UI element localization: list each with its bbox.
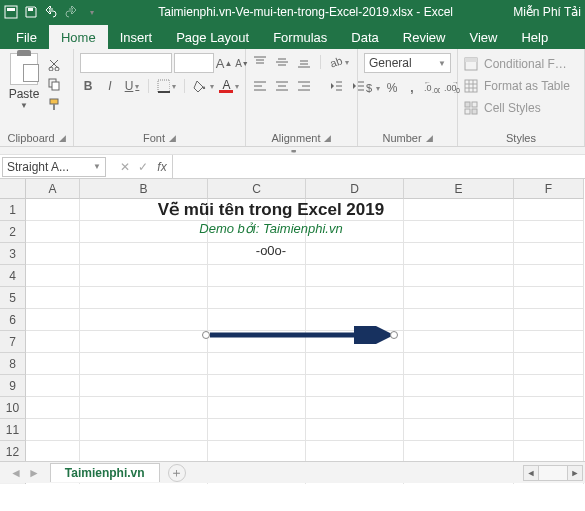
cell[interactable]: [208, 199, 306, 221]
row-header-9[interactable]: 9: [0, 375, 26, 397]
cell[interactable]: [306, 419, 404, 441]
underline-button[interactable]: U: [124, 77, 140, 95]
orientation-icon[interactable]: ab: [329, 53, 349, 71]
cell[interactable]: [80, 221, 208, 243]
cell[interactable]: [26, 331, 80, 353]
sheet-tab-active[interactable]: Taimienphi.vn: [50, 463, 160, 482]
cell[interactable]: [26, 375, 80, 397]
copy-icon[interactable]: [46, 75, 62, 93]
row-header-5[interactable]: 5: [0, 287, 26, 309]
cell[interactable]: [208, 441, 306, 463]
cell[interactable]: [514, 331, 584, 353]
row-header-12[interactable]: 12: [0, 441, 26, 463]
cell[interactable]: [306, 243, 404, 265]
tab-review[interactable]: Review: [391, 25, 458, 49]
cell[interactable]: [514, 221, 584, 243]
row-header-8[interactable]: 8: [0, 353, 26, 375]
tab-page-layout[interactable]: Page Layout: [164, 25, 261, 49]
formula-cancel-icon[interactable]: ✕: [116, 160, 134, 174]
cell[interactable]: [404, 265, 514, 287]
align-bottom-icon[interactable]: [296, 53, 312, 71]
clipboard-dialog-launcher-icon[interactable]: ◢: [59, 133, 66, 143]
cell[interactable]: [514, 397, 584, 419]
hscroll-left-icon[interactable]: ◄: [523, 465, 539, 481]
increase-font-icon[interactable]: A▲: [216, 54, 232, 72]
undo-icon[interactable]: [44, 5, 58, 19]
cell[interactable]: [208, 243, 306, 265]
cell[interactable]: [208, 397, 306, 419]
cell[interactable]: [306, 397, 404, 419]
worksheet-grid[interactable]: ABCDEF 12345678910111213 Vẽ mũi tên tron…: [0, 179, 585, 484]
tab-data[interactable]: Data: [339, 25, 390, 49]
decrease-indent-icon[interactable]: [328, 77, 344, 95]
cell[interactable]: [404, 199, 514, 221]
cell[interactable]: [26, 221, 80, 243]
cell[interactable]: [26, 199, 80, 221]
cell[interactable]: [208, 265, 306, 287]
cell[interactable]: [208, 419, 306, 441]
tab-formulas[interactable]: Formulas: [261, 25, 339, 49]
cell[interactable]: [404, 287, 514, 309]
cell[interactable]: [404, 243, 514, 265]
add-sheet-button[interactable]: ＋: [168, 464, 186, 482]
tab-file[interactable]: File: [4, 25, 49, 49]
tab-help[interactable]: Help: [509, 25, 560, 49]
font-family-select[interactable]: [80, 53, 172, 73]
cell[interactable]: [80, 243, 208, 265]
cell[interactable]: [80, 199, 208, 221]
fill-color-icon[interactable]: [193, 77, 214, 95]
qat-customize-icon[interactable]: [84, 5, 98, 19]
cell[interactable]: [26, 243, 80, 265]
italic-button[interactable]: I: [102, 77, 118, 95]
cell[interactable]: [208, 287, 306, 309]
cell[interactable]: [404, 375, 514, 397]
row-header-2[interactable]: 2: [0, 221, 26, 243]
row-header-11[interactable]: 11: [0, 419, 26, 441]
cell[interactable]: [514, 287, 584, 309]
col-header-F[interactable]: F: [514, 179, 584, 199]
alignment-dialog-launcher-icon[interactable]: ◢: [324, 133, 331, 143]
name-box[interactable]: Straight A... ▼: [2, 157, 106, 177]
cell[interactable]: [26, 441, 80, 463]
cell[interactable]: [404, 353, 514, 375]
row-header-7[interactable]: 7: [0, 331, 26, 353]
cell[interactable]: [208, 375, 306, 397]
number-dialog-launcher-icon[interactable]: ◢: [426, 133, 433, 143]
cell[interactable]: [80, 309, 208, 331]
autosave-icon[interactable]: [4, 5, 18, 19]
row-header-10[interactable]: 10: [0, 397, 26, 419]
col-header-B[interactable]: B: [80, 179, 208, 199]
cell[interactable]: [80, 287, 208, 309]
cell[interactable]: [26, 265, 80, 287]
tab-view[interactable]: View: [457, 25, 509, 49]
conditional-formatting-button[interactable]: Conditional F…: [464, 53, 578, 75]
cut-icon[interactable]: [46, 55, 62, 73]
align-center-icon[interactable]: [274, 77, 290, 95]
formula-enter-icon[interactable]: ✓: [134, 160, 152, 174]
cell[interactable]: [404, 331, 514, 353]
row-header-4[interactable]: 4: [0, 265, 26, 287]
cell[interactable]: [404, 441, 514, 463]
cell[interactable]: [514, 441, 584, 463]
row-header-6[interactable]: 6: [0, 309, 26, 331]
cell[interactable]: [404, 419, 514, 441]
sheet-nav-next-icon[interactable]: ►: [28, 466, 40, 480]
increase-decimal-icon[interactable]: .0←.00: [424, 79, 440, 97]
shape-handle-end[interactable]: [390, 331, 398, 339]
col-header-D[interactable]: D: [306, 179, 404, 199]
cell[interactable]: [306, 353, 404, 375]
align-left-icon[interactable]: [252, 77, 268, 95]
tab-insert[interactable]: Insert: [108, 25, 165, 49]
select-all-corner[interactable]: [0, 179, 26, 199]
font-dialog-launcher-icon[interactable]: ◢: [169, 133, 176, 143]
font-size-select[interactable]: [174, 53, 214, 73]
cell[interactable]: [404, 221, 514, 243]
cell[interactable]: [80, 265, 208, 287]
straight-arrow-shape[interactable]: [206, 326, 394, 344]
format-as-table-button[interactable]: Format as Table: [464, 75, 578, 97]
column-headers[interactable]: ABCDEF: [26, 179, 584, 199]
cell[interactable]: [26, 397, 80, 419]
cell[interactable]: [80, 419, 208, 441]
cell[interactable]: [514, 353, 584, 375]
cell[interactable]: [26, 353, 80, 375]
